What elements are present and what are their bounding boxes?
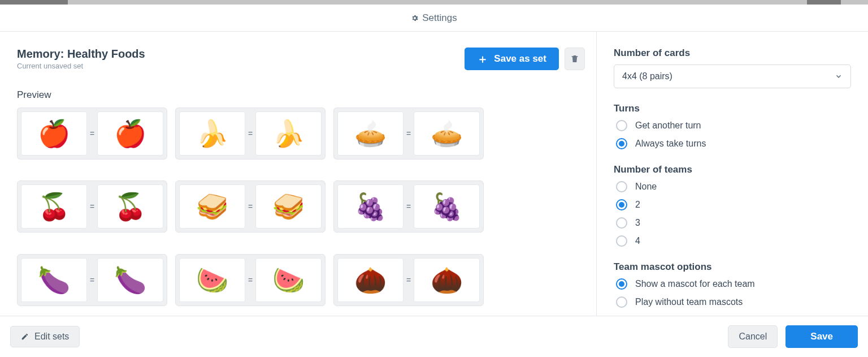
equals-icon: = [245, 202, 255, 211]
radio-label: Always take turns [635, 139, 706, 149]
equals-icon: = [403, 202, 414, 211]
card-right: 🍒 [97, 184, 163, 229]
settings-tab[interactable]: Settings [0, 5, 868, 32]
card-left: 🍇 [337, 184, 403, 229]
edit-sets-button[interactable]: Edit sets [10, 326, 80, 347]
preview-heading: Preview [17, 89, 585, 101]
card-right: 🍎 [97, 111, 163, 156]
save-as-set-button[interactable]: ＋ Save as set [465, 48, 559, 70]
pair-apple[interactable]: 🍎=🍎 [17, 107, 167, 160]
equals-icon: = [245, 276, 255, 285]
teams-option-2[interactable]: 3 [616, 217, 851, 229]
teams-option-3[interactable]: 4 [616, 235, 851, 247]
cancel-label: Cancel [739, 332, 767, 342]
mascot-option-1[interactable]: Play without team mascots [616, 296, 851, 308]
equals-icon: = [403, 276, 414, 285]
num-cards-label: Number of cards [614, 48, 851, 59]
radio-icon [616, 278, 627, 290]
pair-eggplant[interactable]: 🍆=🍆 [17, 254, 167, 306]
set-subtitle: Current unsaved set [17, 62, 145, 70]
chevron-down-icon [835, 72, 843, 80]
save-as-set-label: Save as set [494, 53, 546, 64]
mascot-radio-group: Show a mascot for each teamPlay without … [614, 278, 851, 308]
save-button[interactable]: Save [785, 325, 858, 348]
turns-option-1[interactable]: Always take turns [616, 138, 851, 149]
card-right: 🍆 [97, 258, 163, 302]
radio-label: 2 [635, 200, 640, 210]
equals-icon: = [87, 202, 97, 211]
save-label: Save [810, 331, 833, 342]
card-left: 🌰 [337, 258, 403, 302]
teams-option-1[interactable]: 2 [616, 199, 851, 210]
card-left: 🥧 [337, 111, 403, 156]
trash-icon [570, 54, 579, 63]
num-cards-select[interactable]: 4x4 (8 pairs) [614, 64, 851, 88]
pair-grapes[interactable]: 🍇=🍇 [333, 180, 484, 233]
radio-icon [616, 181, 627, 192]
radio-icon [616, 120, 627, 131]
edit-sets-label: Edit sets [34, 332, 69, 342]
teams-radio-group: None234 [614, 181, 851, 247]
card-left: 🥪 [179, 184, 245, 229]
pair-watermelon[interactable]: 🍉=🍉 [175, 254, 326, 306]
radio-icon [616, 217, 627, 229]
radio-label: None [635, 182, 657, 192]
pair-red-currants[interactable]: 🍒=🍒 [17, 180, 167, 233]
radio-label: Show a mascot for each team [635, 279, 755, 289]
equals-icon: = [87, 276, 97, 285]
turns-option-0[interactable]: Get another turn [616, 120, 851, 131]
radio-icon [616, 199, 627, 210]
pair-banana[interactable]: 🍌=🍌 [175, 107, 326, 160]
cancel-button[interactable]: Cancel [728, 325, 778, 348]
radio-label: Get another turn [635, 121, 701, 131]
num-cards-value: 4x4 (8 pairs) [622, 71, 672, 81]
equals-icon: = [87, 129, 97, 138]
delete-set-button[interactable] [565, 48, 585, 70]
teams-label: Number of teams [614, 164, 851, 175]
gear-icon [411, 14, 419, 22]
mascot-label: Team mascot options [614, 261, 851, 273]
card-right: 🥪 [255, 184, 322, 229]
card-left: 🍉 [179, 258, 245, 302]
card-right: 🥧 [414, 111, 480, 156]
pair-nuts[interactable]: 🌰=🌰 [333, 254, 484, 306]
radio-label: Play without team mascots [635, 297, 743, 307]
turns-radio-group: Get another turnAlways take turns [614, 120, 851, 149]
equals-icon: = [403, 129, 414, 138]
preview-grid[interactable]: 🍎=🍎🍌=🍌🥧=🥧🍒=🍒🥪=🥪🍇=🍇🍆=🍆🍉=🍉🌰=🌰 [17, 107, 585, 316]
pair-strawberry-tart[interactable]: 🥧=🥧 [333, 107, 484, 160]
pencil-icon [21, 333, 29, 341]
radio-icon [616, 138, 627, 149]
card-left: 🍎 [21, 111, 87, 156]
card-left: 🍌 [179, 111, 245, 156]
card-right: 🌰 [414, 258, 480, 302]
mascot-option-0[interactable]: Show a mascot for each team [616, 278, 851, 290]
card-right: 🍌 [255, 111, 322, 156]
turns-label: Turns [614, 103, 851, 114]
card-left: 🍆 [21, 258, 87, 302]
settings-label: Settings [422, 12, 457, 24]
card-right: 🍉 [255, 258, 322, 302]
radio-icon [616, 235, 627, 247]
teams-option-0[interactable]: None [616, 181, 851, 192]
radio-label: 4 [635, 236, 640, 246]
equals-icon: = [245, 129, 255, 138]
radio-label: 3 [635, 218, 640, 228]
card-left: 🍒 [21, 184, 87, 229]
set-title: Memory: Healthy Foods [17, 48, 145, 61]
card-right: 🍇 [414, 184, 480, 229]
radio-icon [616, 296, 627, 308]
pair-sandwich[interactable]: 🥪=🥪 [175, 180, 326, 233]
window-top-strip [0, 0, 868, 5]
